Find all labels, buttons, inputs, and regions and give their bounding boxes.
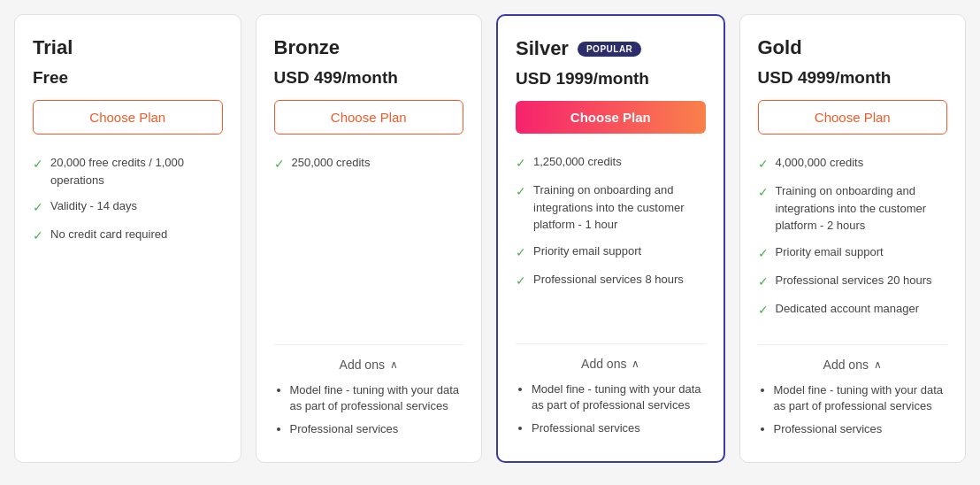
plan-name-text-trial: Trial (33, 36, 73, 59)
chevron-up-icon: ∧ (632, 358, 639, 370)
chevron-up-icon: ∧ (390, 358, 398, 371)
plan-card-gold: GoldUSD 4999/monthChoose Plan✓4,000,000 … (739, 14, 967, 463)
addons-label: Add ons (340, 358, 385, 372)
feature-item: ✓4,000,000 credits (758, 154, 948, 173)
feature-item: ✓No credit card required (33, 226, 223, 245)
plan-name-gold: Gold (758, 36, 948, 59)
feature-text: Professional services 20 hours (776, 272, 932, 289)
chevron-up-icon: ∧ (874, 358, 882, 371)
plan-name-silver: SilverPOPULAR (516, 37, 706, 60)
feature-item: ✓20,000 free credits / 1,000 operations (33, 154, 223, 189)
addon-item: Model fine - tuning with your data as pa… (290, 382, 464, 414)
addons-section-gold: Add ons∧Model fine - tuning with your da… (758, 344, 948, 445)
feature-text: Training on onboarding and integrations … (533, 181, 706, 234)
check-icon: ✓ (516, 154, 526, 173)
features-list-silver: ✓1,250,000 credits✓Training on onboardin… (516, 153, 706, 327)
plan-price-bronze: USD 499/month (274, 68, 464, 88)
feature-text: 1,250,000 credits (533, 153, 622, 171)
plan-card-bronze: BronzeUSD 499/monthChoose Plan✓250,000 c… (256, 14, 483, 463)
feature-item: ✓Training on onboarding and integrations… (758, 182, 948, 235)
pricing-container: TrialFreeChoose Plan✓20,000 free credits… (14, 14, 966, 463)
addon-item: Model fine - tuning with your data as pa… (774, 382, 948, 414)
addon-item: Professional services (774, 421, 948, 437)
check-icon: ✓ (516, 182, 526, 201)
feature-item: ✓Training on onboarding and integrations… (516, 181, 706, 234)
feature-text: Dedicated account manager (776, 300, 920, 318)
feature-item: ✓Priority email support (516, 242, 706, 262)
addons-title-bronze[interactable]: Add ons∧ (274, 358, 464, 372)
check-icon: ✓ (758, 244, 769, 263)
plan-name-text-bronze: Bronze (274, 36, 341, 59)
feature-item: ✓250,000 credits (274, 154, 464, 173)
check-icon: ✓ (33, 198, 43, 217)
plan-price-trial: Free (33, 68, 223, 88)
feature-item: ✓1,250,000 credits (516, 153, 706, 173)
feature-text: Priority email support (776, 243, 884, 261)
feature-text: 20,000 free credits / 1,000 operations (50, 154, 223, 189)
choose-plan-button-trial[interactable]: Choose Plan (33, 100, 223, 135)
addons-list-silver: Model fine - tuning with your data as pa… (516, 381, 706, 437)
check-icon: ✓ (758, 273, 769, 291)
feature-item: ✓Professional services 8 hours (516, 271, 706, 290)
feature-item: ✓Dedicated account manager (758, 300, 948, 319)
addons-label: Add ons (581, 357, 626, 371)
plan-name-trial: Trial (33, 36, 223, 59)
check-icon: ✓ (516, 272, 526, 290)
choose-plan-button-silver[interactable]: Choose Plan (516, 101, 706, 134)
features-list-trial: ✓20,000 free credits / 1,000 operations✓… (33, 154, 223, 428)
addon-item: Professional services (290, 421, 464, 437)
features-list-bronze: ✓250,000 credits (274, 154, 464, 328)
addons-section-silver: Add ons∧Model fine - tuning with your da… (516, 343, 706, 444)
feature-text: Validity - 14 days (50, 197, 137, 215)
addons-list-gold: Model fine - tuning with your data as pa… (758, 382, 948, 438)
feature-text: 4,000,000 credits (776, 154, 864, 172)
features-list-gold: ✓4,000,000 credits✓Training on onboardin… (758, 154, 948, 328)
plan-card-silver: SilverPOPULARUSD 1999/monthChoose Plan✓1… (496, 14, 725, 463)
plan-card-trial: TrialFreeChoose Plan✓20,000 free credits… (14, 14, 241, 463)
addons-section-bronze: Add ons∧Model fine - tuning with your da… (274, 344, 464, 445)
addons-title-silver[interactable]: Add ons∧ (516, 357, 706, 371)
feature-text: Training on onboarding and integrations … (776, 182, 948, 235)
addon-item: Professional services (532, 420, 706, 436)
addons-label: Add ons (823, 358, 869, 372)
choose-plan-button-bronze[interactable]: Choose Plan (274, 100, 464, 135)
feature-text: No credit card required (50, 226, 167, 243)
feature-item: ✓Professional services 20 hours (758, 272, 948, 291)
check-icon: ✓ (33, 227, 43, 245)
feature-item: ✓Priority email support (758, 243, 948, 263)
check-icon: ✓ (758, 301, 769, 319)
check-icon: ✓ (274, 155, 285, 173)
popular-badge: POPULAR (578, 42, 641, 57)
plan-price-silver: USD 1999/month (516, 69, 706, 89)
plan-name-text-silver: Silver (516, 37, 569, 60)
plan-name-bronze: Bronze (274, 36, 464, 59)
feature-text: Professional services 8 hours (533, 271, 684, 289)
choose-plan-button-gold[interactable]: Choose Plan (758, 100, 948, 135)
feature-text: Priority email support (533, 242, 641, 260)
feature-item: ✓Validity - 14 days (33, 197, 223, 217)
check-icon: ✓ (516, 243, 526, 262)
check-icon: ✓ (758, 183, 769, 202)
addons-list-bronze: Model fine - tuning with your data as pa… (274, 382, 464, 438)
check-icon: ✓ (758, 155, 769, 173)
check-icon: ✓ (33, 155, 43, 173)
plan-price-gold: USD 4999/month (758, 68, 948, 88)
plan-name-text-gold: Gold (758, 36, 802, 59)
feature-text: 250,000 credits (292, 154, 371, 172)
addon-item: Model fine - tuning with your data as pa… (532, 381, 706, 413)
addons-title-gold[interactable]: Add ons∧ (758, 358, 948, 372)
